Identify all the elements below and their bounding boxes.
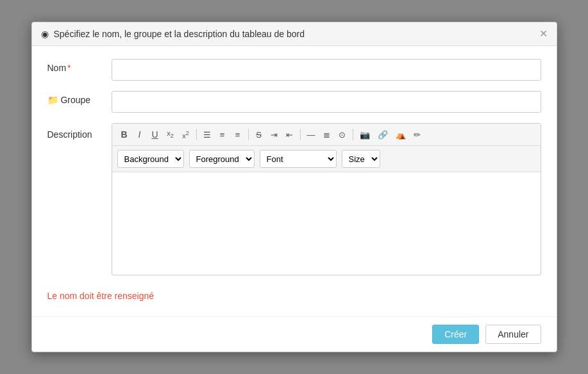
editor-toolbar-row1: B I U x2 x2 ☰ ≡ ≡ S ⇥ ⇤ — ≣ ⊙ <box>112 124 541 146</box>
background-select[interactable]: Background <box>117 150 184 168</box>
nom-row: Nom* <box>47 59 541 81</box>
required-indicator: * <box>67 63 71 73</box>
foreground-select[interactable]: Foreground <box>189 150 255 168</box>
ordered-list-button[interactable]: ≣ <box>320 128 334 142</box>
modal-title-container: ◉ Spécifiez le nom, le groupe et la desc… <box>41 29 305 39</box>
editor-container: B I U x2 x2 ☰ ≡ ≡ S ⇥ ⇤ — ≣ ⊙ <box>112 123 541 275</box>
hr-button[interactable]: — <box>304 128 319 142</box>
unlink-button[interactable]: ⛺ <box>392 128 409 142</box>
subscript-button[interactable]: x2 <box>164 127 178 141</box>
groupe-label: 📁 Groupe <box>47 91 112 105</box>
groupe-input[interactable] <box>112 91 541 113</box>
nom-input[interactable] <box>112 59 541 81</box>
editor-toolbar-row2: Background Foreground Font Size <box>112 146 541 172</box>
error-message: Le nom doit être renseigné <box>47 286 541 304</box>
eraser-button[interactable]: ✏ <box>410 128 424 142</box>
font-select[interactable]: Font <box>260 150 337 168</box>
cancel-button[interactable]: Annuler <box>485 325 541 344</box>
toolbar-divider-1 <box>196 129 197 140</box>
close-icon[interactable]: ✕ <box>539 29 548 39</box>
outdent-button[interactable]: ⇤ <box>283 128 297 142</box>
align-center-button[interactable]: ≡ <box>215 128 230 142</box>
toolbar-divider-3 <box>300 129 301 140</box>
size-select[interactable]: Size <box>342 150 380 168</box>
modal-footer: Créer Annuler <box>32 316 557 352</box>
bold-button[interactable]: B <box>117 127 131 142</box>
nom-label: Nom* <box>47 59 112 73</box>
groupe-row: 📁 Groupe <box>47 91 541 113</box>
toolbar-divider-4 <box>353 129 353 140</box>
align-left-button[interactable]: ☰ <box>200 128 214 142</box>
description-row: Description B I U x2 x2 ☰ ≡ ≡ S ⇥ ⇤ <box>47 123 541 275</box>
link-button[interactable]: 🔗 <box>374 128 391 142</box>
modal-header: ◉ Spécifiez le nom, le groupe et la desc… <box>32 22 557 46</box>
create-button[interactable]: Créer <box>432 325 479 344</box>
image-button[interactable]: 📷 <box>357 128 373 142</box>
folder-icon: 📁 <box>47 95 58 105</box>
italic-button[interactable]: I <box>133 127 147 142</box>
dialog-icon: ◉ <box>41 29 49 39</box>
toolbar-divider-2 <box>248 129 249 140</box>
editor-content[interactable] <box>112 172 541 275</box>
indent-button[interactable]: ⇥ <box>267 128 281 142</box>
description-label: Description <box>47 123 112 140</box>
align-right-button[interactable]: ≡ <box>231 128 245 142</box>
strikethrough-button[interactable]: S <box>252 128 266 142</box>
underline-button[interactable]: U <box>148 127 162 142</box>
superscript-button[interactable]: x2 <box>179 128 193 142</box>
modal-body: Nom* 📁 Groupe Description B I U <box>32 46 557 316</box>
unordered-list-button[interactable]: ⊙ <box>335 128 349 142</box>
modal-dialog: ◉ Spécifiez le nom, le groupe et la desc… <box>31 22 557 352</box>
modal-title: Spécifiez le nom, le groupe et la descri… <box>54 29 305 39</box>
